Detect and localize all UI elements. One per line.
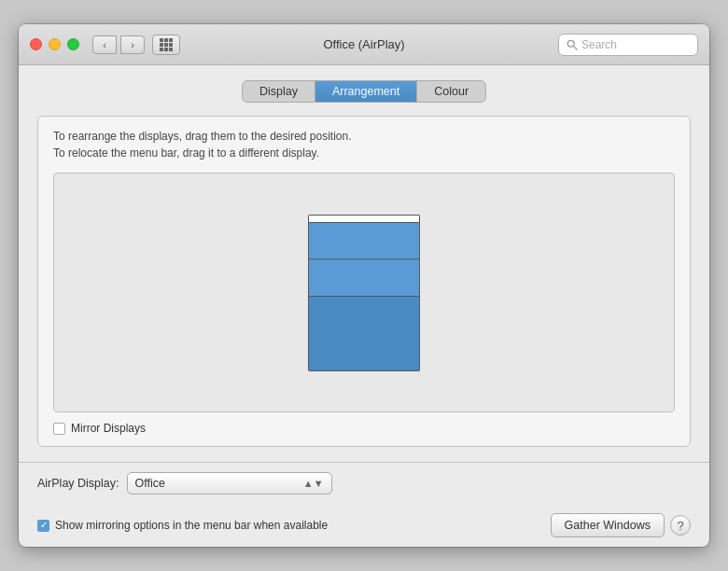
- display-divider: [309, 258, 419, 260]
- checkmark-icon: ✓: [40, 521, 48, 530]
- tab-colour[interactable]: Colour: [417, 81, 485, 102]
- main-window: ‹ › Office (AirPlay) Display Arrangement: [19, 24, 709, 547]
- dropdown-arrow-icon: ▲▼: [303, 478, 324, 489]
- instructions: To rearrange the displays, drag them to …: [53, 128, 675, 161]
- display-stack[interactable]: [308, 215, 420, 371]
- window-title: Office (AirPlay): [323, 37, 404, 51]
- tab-bar: Display Arrangement Colour: [37, 80, 691, 103]
- back-button[interactable]: ‹: [92, 35, 117, 54]
- maximize-button[interactable]: [67, 38, 79, 50]
- forward-button[interactable]: ›: [120, 35, 145, 54]
- instruction-line2: To relocate the menu bar, drag it to a d…: [53, 145, 675, 161]
- display-secondary[interactable]: [308, 297, 420, 371]
- nav-buttons: ‹ ›: [92, 35, 145, 54]
- arrangement-panel: To rearrange the displays, drag them to …: [37, 116, 691, 447]
- display-primary[interactable]: [308, 222, 420, 297]
- search-input[interactable]: [581, 38, 690, 51]
- tab-display[interactable]: Display: [243, 81, 315, 102]
- airplay-label: AirPlay Display:: [37, 477, 119, 490]
- airplay-selected: Office: [135, 477, 165, 490]
- bottom-row: ✓ Show mirroring options in the menu bar…: [19, 508, 709, 547]
- show-mirroring-label: Show mirroring options in the menu bar w…: [55, 519, 328, 532]
- gather-windows-button[interactable]: Gather Windows: [551, 513, 665, 537]
- mirror-displays-label: Mirror Displays: [71, 422, 146, 435]
- minimize-button[interactable]: [49, 38, 61, 50]
- help-button[interactable]: ?: [670, 515, 691, 536]
- mirror-displays-row: Mirror Displays: [53, 422, 675, 435]
- display-menubar: [308, 215, 420, 222]
- search-icon: [567, 39, 578, 50]
- close-button[interactable]: [30, 38, 42, 50]
- svg-line-1: [573, 46, 577, 49]
- display-combined: [308, 222, 420, 371]
- grid-view-button[interactable]: [152, 35, 180, 55]
- arrangement-area: [53, 173, 675, 412]
- mirror-displays-checkbox[interactable]: [53, 423, 65, 435]
- airplay-row: AirPlay Display: Office ▲▼: [19, 463, 709, 508]
- titlebar: ‹ › Office (AirPlay): [19, 24, 709, 65]
- tab-arrangement[interactable]: Arrangement: [315, 81, 417, 102]
- traffic-lights: [30, 38, 79, 50]
- airplay-dropdown[interactable]: Office ▲▼: [127, 472, 332, 494]
- grid-icon: [160, 38, 173, 51]
- content-area: Display Arrangement Colour To rearrange …: [19, 65, 709, 462]
- show-mirroring-row: ✓ Show mirroring options in the menu bar…: [37, 519, 551, 532]
- show-mirroring-checkbox[interactable]: ✓: [37, 520, 49, 532]
- search-box[interactable]: [558, 34, 698, 56]
- airplay-section: AirPlay Display: Office ▲▼: [37, 472, 332, 494]
- tab-group: Display Arrangement Colour: [242, 80, 486, 103]
- instruction-line1: To rearrange the displays, drag them to …: [53, 128, 675, 145]
- right-buttons: Gather Windows ?: [551, 513, 691, 537]
